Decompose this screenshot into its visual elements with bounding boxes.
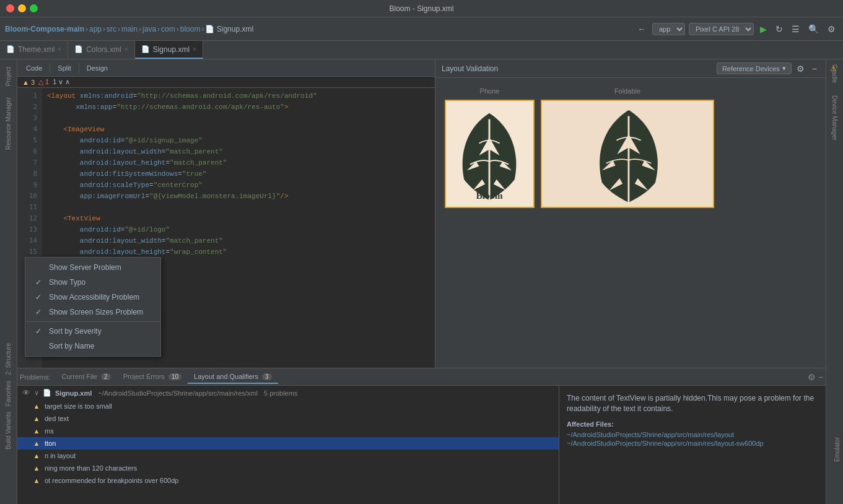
problem-item-2[interactable]: ▲ ded text [17,412,559,425]
menu-sort-severity[interactable]: ✓ Sort by Severity [25,324,160,339]
search-icon[interactable]: 🔍 [806,23,821,35]
show-typo-label: Show Typo [49,278,85,287]
refresh-icon[interactable]: ↻ [773,23,785,35]
toolbar-sep-2 [79,63,79,73]
show-accessibility-check: ✓ [35,293,44,302]
tab-signup[interactable]: 📄 Signup.xml × [135,41,203,59]
problem-item-1[interactable]: ▲ target size is too small [17,400,559,412]
bottom-tab-bar: Problems: Current File 2 Project Errors … [17,368,826,386]
resource-manager-label[interactable]: Resource Manager [2,92,14,155]
problem-text-3: ms [45,427,54,435]
bottom-content: 👁 ∨ 📄 Signup.xml ~/AndroidStudioProjects… [17,386,826,504]
device-selector[interactable]: Pixel C API 28 [689,23,754,35]
build-variants-label[interactable]: Build Variants [2,407,14,454]
breadcrumb-bloom[interactable]: bloom [180,25,201,33]
left-sidebar: Project Resource Manager 2: Structure Fa… [0,59,17,504]
breadcrumb-src[interactable]: src [107,25,116,33]
ref-devices-label: Reference Devices [722,65,780,72]
preview-controls: Reference Devices ▾ ⚙ − ⚠ [717,63,819,75]
breadcrumb-root[interactable]: Bloom-Compose-main [5,25,84,33]
file-name: Signup.xml [55,389,92,397]
problem-warn-icon-2: ▲ [32,414,41,423]
menu-show-typo[interactable]: ✓ Show Typo [25,275,160,290]
problem-text-5: n in layout [45,452,76,459]
app-selector[interactable]: app [652,23,685,35]
tab-layout-qualifiers[interactable]: Layout and Qualifiers 3 [188,370,278,384]
back-icon[interactable]: ← [635,23,649,35]
ref-devices-chevron: ▾ [782,64,786,72]
tab-colors-label: Colors.xml [86,45,121,54]
code-btn[interactable]: Code [22,63,46,73]
tab-bar: 📄 Theme.xml × 📄 Colors.xml × 📄 Signup.xm… [0,41,843,59]
problem-item-3[interactable]: ▲ ms [17,425,559,437]
device-manager-label[interactable]: Device Manager [829,90,841,146]
bottom-panel: Problems: Current File 2 Project Errors … [17,368,826,504]
breadcrumb-app[interactable]: app [89,25,102,33]
tab-project-errors[interactable]: Project Errors 10 [117,370,188,384]
design-btn[interactable]: Design [83,63,111,73]
favorites-label[interactable]: Favorites [2,376,14,411]
problem-item-6[interactable]: ▲ ning more than 120 characters [17,462,559,474]
problem-text-7: ot recommended for breakpoints over 600d… [45,477,178,484]
svg-text:Bloom: Bloom [476,190,502,201]
bottom-minimize-icon[interactable]: − [818,372,823,382]
problem-item-7[interactable]: ▲ ot recommended for breakpoints over 60… [17,474,559,487]
show-server-label: Show Server Problem [49,263,121,272]
problem-item-4[interactable]: ▲ tton [17,437,559,450]
tab-colors-close[interactable]: × [124,46,128,53]
problem-warn-icon: ▲ [32,402,41,411]
tab-current-file-badge: 2 [101,373,111,380]
tab-signup-close[interactable]: × [193,46,196,53]
menu-show-server-problem[interactable]: Show Server Problem [25,260,160,275]
structure-label[interactable]: 2: Structure [2,338,14,380]
tab-signup-label: Signup.xml [153,45,190,54]
menu-sort-name[interactable]: Sort by Name [25,339,160,354]
file-path: ~/AndroidStudioProjects/Shrine/app/src/m… [98,389,258,397]
minimize-button[interactable] [18,4,26,12]
sort-severity-check: ✓ [35,327,44,336]
breadcrumb: Bloom-Compose-main › app › src › main › … [5,25,253,33]
problems-label: Problems: [20,371,51,383]
bottom-settings-icon[interactable]: ⚙ [808,372,816,382]
foldable-label: Foldable [614,87,640,95]
emulator-label[interactable]: Emulator [831,432,843,467]
preview-close-icon[interactable]: − [810,63,819,75]
expand-icon[interactable]: ∨ [34,389,39,397]
filter-icon[interactable]: 👁 [22,388,30,398]
ref-devices-button[interactable]: Reference Devices ▾ [717,63,792,74]
problems-filter-row: 👁 ∨ 📄 Signup.xml ~/AndroidStudioProjects… [17,386,559,400]
tab-theme-close[interactable]: × [58,46,61,53]
tab-current-file[interactable]: Current File 2 [56,370,117,384]
breadcrumb-main[interactable]: main [121,25,138,33]
menu-icon[interactable]: ☰ [789,23,802,35]
title-bar: Bloom - Signup.xml [0,0,843,17]
tab-theme[interactable]: 📄 Theme.xml × [0,41,68,59]
tab-colors-icon: 📄 [74,45,83,53]
preview-panel: Layout Validation Reference Devices ▾ ⚙ … [435,59,826,368]
file-icon: 📄 [43,389,51,397]
breadcrumb-java[interactable]: java [142,25,156,33]
maximize-button[interactable] [30,4,38,12]
menu-show-screen-sizes[interactable]: ✓ Show Screen Sizes Problem [25,305,160,319]
tab-colors[interactable]: 📄 Colors.xml × [68,41,135,59]
close-button[interactable] [6,4,14,12]
split-btn[interactable]: Split [54,63,74,73]
breadcrumb-com[interactable]: com [161,25,175,33]
show-screen-sizes-check: ✓ [35,308,44,316]
error-nav[interactable]: 1 ∨ ∧ [53,78,70,86]
foldable-monstera-leaf [542,101,713,207]
menu-show-accessibility[interactable]: ✓ Show Accessibility Problem [25,290,160,305]
affected-file-link-1[interactable]: ~/AndroidStudioProjects/Shrine/app/src/m… [567,431,818,438]
settings-icon[interactable]: ⚙ [825,23,838,35]
problem-text-2: ded text [45,415,69,422]
window-controls[interactable] [6,4,38,12]
problem-item-5[interactable]: ▲ n in layout [17,450,559,462]
problem-text-1: target size is too small [45,402,112,410]
run-button[interactable]: ▶ [758,23,769,35]
affected-file-link-2[interactable]: ~/AndroidStudioProjects/Shrine/app/src/m… [567,440,818,447]
project-label[interactable]: Project [2,62,14,91]
preview-settings-icon[interactable]: ⚙ [794,63,807,75]
affected-files-label: Affected Files: [567,420,818,428]
tab-theme-label: Theme.xml [18,45,55,54]
tab-signup-icon: 📄 [141,45,150,53]
